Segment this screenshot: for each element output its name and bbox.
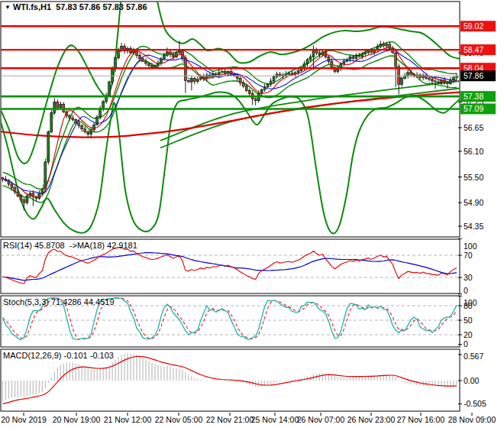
time-tick-label: 28 Nov 09:00 bbox=[448, 415, 496, 424]
price-badge-57.38: 57.38 bbox=[460, 91, 496, 102]
price-badge-59.02: 59.02 bbox=[460, 21, 496, 31]
axis-label: -0.505 bbox=[464, 399, 486, 408]
price-tick-label: 55.50 bbox=[464, 173, 483, 182]
trading-chart-window: 58.4057.2556.6556.1055.5054.9054.3559.02… bbox=[0, 0, 504, 428]
axis-label: 80 bbox=[464, 301, 473, 310]
price-badge-58.47: 58.47 bbox=[460, 44, 496, 55]
svg-text:57.09: 57.09 bbox=[464, 104, 483, 113]
axis-label: 70 bbox=[464, 251, 473, 260]
svg-text:59.02: 59.02 bbox=[464, 21, 483, 31]
symbol-dropdown-icon[interactable]: ▼ bbox=[5, 4, 11, 11]
time-tick-label: 20 Nov 2019 bbox=[1, 415, 47, 424]
axis-label: 0.567 bbox=[464, 352, 483, 361]
price-tick-label: 54.35 bbox=[464, 222, 483, 231]
time-axis[interactable]: 20 Nov 201920 Nov 19:0021 Nov 12:0022 No… bbox=[1, 413, 496, 424]
axis-label: 30 bbox=[464, 273, 473, 282]
time-tick-label: 22 Nov 05:00 bbox=[155, 415, 203, 424]
time-tick-label: 27 Nov 16:00 bbox=[397, 415, 445, 424]
axis-label: 50 bbox=[464, 316, 473, 325]
svg-text:57.86: 57.86 bbox=[464, 71, 483, 80]
axis-label: 100 bbox=[464, 242, 477, 251]
price-scale[interactable]: 58.4057.2556.6556.1055.5054.9054.3559.02… bbox=[458, 21, 496, 231]
indicator-scales: 1007030010080502000.5670.00-0.505 bbox=[458, 238, 486, 408]
price-badge-57.09: 57.09 bbox=[460, 103, 496, 114]
svg-text:58.47: 58.47 bbox=[464, 45, 483, 54]
axis-label: 0 bbox=[464, 339, 468, 349]
time-tick-label: 25 Nov 14:00 bbox=[251, 415, 299, 424]
panel-frames bbox=[1, 2, 460, 411]
axis-label: 0.00 bbox=[464, 376, 480, 385]
price-tick-label: 56.65 bbox=[464, 123, 483, 132]
time-tick-label: 20 Nov 19:00 bbox=[53, 415, 101, 424]
axis-label: 0 bbox=[464, 286, 468, 295]
time-tick-label: 22 Nov 21:00 bbox=[206, 415, 254, 424]
price-tick-label: 54.90 bbox=[464, 198, 483, 207]
price-badge-57.86: 57.86 bbox=[460, 70, 496, 81]
time-tick-label: 26 Nov 23:00 bbox=[347, 415, 396, 424]
time-tick-label: 26 Nov 07:00 bbox=[297, 415, 345, 424]
price-tick-label: 56.10 bbox=[464, 147, 483, 156]
chart-canvas[interactable]: 58.4057.2556.6556.1055.5054.9054.3559.02… bbox=[0, 0, 504, 428]
svg-text:57.38: 57.38 bbox=[464, 92, 483, 101]
axis-label: 20 bbox=[464, 330, 473, 339]
time-tick-label: 21 Nov 12:00 bbox=[104, 415, 152, 424]
